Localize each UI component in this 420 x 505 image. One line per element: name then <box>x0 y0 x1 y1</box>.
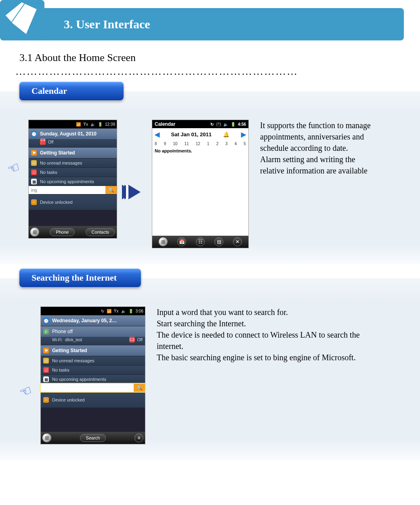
softkey-search[interactable]: Search <box>80 434 106 442</box>
panel-internet: ☜ ↻ 📶 Ÿx 🔈 🔋 3:06 🕒 Wednesday, January 0… <box>0 278 420 461</box>
chapter-header: 3. User Interface <box>3 8 404 40</box>
sync-icon: ↻ <box>210 122 214 127</box>
wifi-right-text: Off <box>137 338 143 342</box>
row-tasks[interactable]: ☑ No tasks <box>29 167 117 177</box>
volume-icon: 🔈 <box>121 309 126 313</box>
search-go-button[interactable]: 🔍 <box>105 186 117 194</box>
calendar-icon: ▦ <box>43 376 49 382</box>
section-heading: 3.1 About the Home Screen <box>19 52 420 64</box>
wifi-icon: 📶 <box>107 309 111 313</box>
screenshot-calendar-app: Calendar ↻ 📳 🔈 🔋 4:56 ◀ Sat Jan 01, 2011… <box>152 120 249 248</box>
tasks-icon: ☑ <box>31 169 37 175</box>
status-bar: 📶 Ÿx 🔈 🔋 12:39 <box>29 120 117 128</box>
battery-icon: 🔋 <box>128 309 133 313</box>
search-go-button[interactable]: 🔍 <box>134 384 145 392</box>
home-phone-sub: C3 : Off <box>29 139 117 147</box>
home-phone-sub-text: Off <box>48 140 53 144</box>
calendar-nav-date: Sat Jan 01, 2011 <box>171 131 212 137</box>
home-date-text: Wednesday, January 05, 2… <box>52 318 117 323</box>
day-cell[interactable]: 8 <box>155 142 157 146</box>
search-row[interactable]: 🔍 <box>29 186 117 194</box>
day-cell[interactable]: 3 <box>225 142 228 146</box>
day-cell[interactable]: 11 <box>184 142 189 146</box>
calendar-app-title: Calendar <box>155 121 175 127</box>
day-cell[interactable]: 9 <box>164 142 166 146</box>
day-cell[interactable]: 5 <box>244 142 246 146</box>
day-cell[interactable]: 12 <box>196 142 200 146</box>
mail-icon: ✉ <box>31 160 37 166</box>
mail-icon: ✉ <box>43 358 49 363</box>
arrow-right-icon <box>128 185 141 199</box>
vibrate-icon: 📳 <box>216 122 221 127</box>
unlocked-text: Device unlocked <box>40 200 73 205</box>
tasks-icon: ☑ <box>43 367 49 373</box>
calendar-close-button[interactable]: ✕ <box>233 237 242 246</box>
calendar-today-button[interactable]: 📅 <box>177 237 186 246</box>
pointing-hand-icon: ☜ <box>5 158 22 178</box>
badge-icon: C3 <box>129 337 135 342</box>
calendar-description: It supports the function to manage appoi… <box>260 120 381 176</box>
row-phone-status[interactable]: ✆ Phone off <box>41 326 145 337</box>
lock-icon: 🔓 <box>31 199 37 205</box>
subsection-label-internet: Searching the Internet <box>19 268 141 287</box>
row-messages[interactable]: ✉ No unread messages <box>41 356 145 365</box>
softkey-phone[interactable]: Phone <box>50 228 75 236</box>
appts-text: No upcoming appointments <box>40 179 94 184</box>
clock-icon: 🕒 <box>31 131 37 137</box>
search-input[interactable] <box>29 186 105 194</box>
signal-icon: 📶 <box>76 122 81 127</box>
calendar-body: No appointments. <box>152 147 248 236</box>
row-wifi-sub[interactable]: Wi-Fi: dlink_test C3 Off <box>41 337 145 345</box>
chapter-badge-icon <box>0 0 44 40</box>
home-filler <box>41 408 145 432</box>
day-cell[interactable]: 1 <box>207 142 210 146</box>
antenna-icon: Ÿx <box>114 309 119 313</box>
day-cell[interactable]: 10 <box>173 142 177 146</box>
softkey-menu-button[interactable]: ≡ <box>134 433 143 442</box>
row-appointments[interactable]: ▦ No upcoming appointments <box>29 177 117 186</box>
home-date-text: Sunday, August 01, 2010 <box>40 131 97 137</box>
row-appointments[interactable]: ▦ No upcoming appointments <box>41 374 145 384</box>
row-unlocked[interactable]: 🔓 Device unlocked <box>41 392 145 408</box>
calendar-status-icons: ↻ 📳 🔈 🔋 4:56 <box>210 122 246 127</box>
home-date-row[interactable]: 🕒 Sunday, August 01, 2010 <box>29 128 117 139</box>
internet-description: Input a word that you want to search for… <box>157 306 383 363</box>
row-getting-started[interactable]: ⚑ Getting Started <box>29 147 117 158</box>
volume-icon: 🔈 <box>90 122 95 127</box>
badge-icon: C3 : <box>40 139 46 145</box>
antenna-icon: Ÿx <box>83 122 88 127</box>
row-tasks[interactable]: ☑ No tasks <box>41 365 145 374</box>
volume-icon: 🔈 <box>223 122 228 127</box>
windows-start-button[interactable]: ⊞ <box>30 228 39 237</box>
status-time: 12:39 <box>105 122 115 127</box>
next-day-button[interactable]: ▶ <box>241 131 246 138</box>
row-messages[interactable]: ✉ No unread messages <box>29 158 117 167</box>
alarm-icon[interactable]: 🔔 <box>223 131 229 137</box>
messages-text: No unread messages <box>52 358 94 363</box>
phone-status-text: Phone off <box>52 329 73 334</box>
windows-start-button[interactable]: ⊞ <box>159 237 168 246</box>
calendar-time: 4:56 <box>238 122 246 127</box>
clock-icon: 🕒 <box>43 318 49 323</box>
windows-start-button[interactable]: ⊞ <box>42 433 51 442</box>
search-row-active[interactable]: 🔍 <box>41 384 145 392</box>
calendar-day-strip[interactable]: 8 9 10 11 12 1 2 3 4 5 <box>152 141 248 147</box>
row-unlocked[interactable]: 🔓 Device unlocked <box>29 194 117 210</box>
tasks-text: No tasks <box>40 170 57 175</box>
search-input[interactable] <box>41 384 134 392</box>
softkey-contacts[interactable]: Contacts <box>86 228 115 236</box>
flag-icon: ⚑ <box>31 150 37 156</box>
prev-day-button[interactable]: ◀ <box>155 131 160 138</box>
calendar-menu-button[interactable]: ▤ <box>214 237 223 246</box>
screenshot-home-calendar: 📶 Ÿx 🔈 🔋 12:39 🕒 Sunday, August 01, 2010… <box>28 120 117 239</box>
row-getting-started[interactable]: ⚑ Getting Started <box>41 345 145 356</box>
phone-icon: ✆ <box>43 329 49 334</box>
home-filler <box>29 210 117 226</box>
wifi-value: dlink_test <box>65 338 82 342</box>
home-date-row[interactable]: 🕒 Wednesday, January 05, 2… <box>41 315 145 326</box>
day-cell[interactable]: 2 <box>216 142 218 146</box>
day-cell[interactable]: 4 <box>235 142 237 146</box>
unlocked-text: Device unlocked <box>52 397 85 402</box>
softkey-tray: ⊞ Search ≡ <box>41 432 145 444</box>
calendar-month-button[interactable]: ☷ <box>196 237 205 246</box>
